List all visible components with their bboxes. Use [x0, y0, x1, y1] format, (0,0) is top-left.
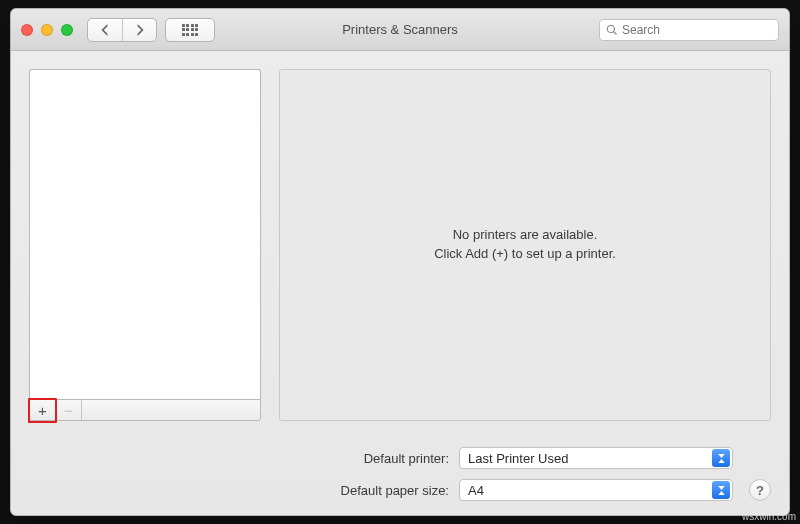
preferences-window: Printers & Scanners + − No printers are …	[10, 8, 790, 516]
show-all-button[interactable]	[165, 18, 215, 42]
help-button[interactable]: ?	[749, 479, 771, 501]
bottom-controls: Default printer: Last Printer Used Defau…	[11, 439, 789, 515]
default-paper-row: Default paper size: A4 ?	[29, 479, 771, 501]
close-window-button[interactable]	[21, 24, 33, 36]
search-input[interactable]	[622, 23, 772, 37]
watermark: wsxwin.com	[742, 511, 796, 522]
default-printer-select[interactable]: Last Printer Used	[459, 447, 733, 469]
grid-icon	[182, 24, 198, 36]
nav-back-forward	[87, 18, 157, 42]
printer-list-toolbar: + −	[29, 399, 261, 421]
search-icon	[606, 24, 618, 36]
add-printer-button[interactable]: +	[30, 400, 56, 420]
window-controls	[21, 24, 73, 36]
content-area: + − No printers are available. Click Add…	[11, 51, 789, 439]
default-printer-value: Last Printer Used	[468, 451, 568, 466]
window-title: Printers & Scanners	[342, 22, 458, 37]
back-button[interactable]	[88, 19, 122, 41]
search-field[interactable]	[599, 19, 779, 41]
chevron-left-icon	[99, 24, 111, 36]
remove-printer-button: −	[56, 400, 82, 420]
printer-details-panel: No printers are available. Click Add (+)…	[279, 69, 771, 421]
empty-state-line2: Click Add (+) to set up a printer.	[434, 245, 616, 264]
empty-state-line1: No printers are available.	[453, 226, 598, 245]
minimize-window-button[interactable]	[41, 24, 53, 36]
select-stepper-icon	[712, 481, 730, 499]
default-printer-row: Default printer: Last Printer Used	[29, 447, 771, 469]
default-paper-label: Default paper size:	[29, 483, 449, 498]
forward-button[interactable]	[122, 19, 156, 41]
default-paper-select[interactable]: A4	[459, 479, 733, 501]
titlebar: Printers & Scanners	[11, 9, 789, 51]
default-printer-label: Default printer:	[29, 451, 449, 466]
default-paper-value: A4	[468, 483, 484, 498]
zoom-window-button[interactable]	[61, 24, 73, 36]
printer-list[interactable]	[29, 69, 261, 399]
chevron-right-icon	[134, 24, 146, 36]
printers-sidebar: + −	[29, 69, 261, 421]
select-stepper-icon	[712, 449, 730, 467]
